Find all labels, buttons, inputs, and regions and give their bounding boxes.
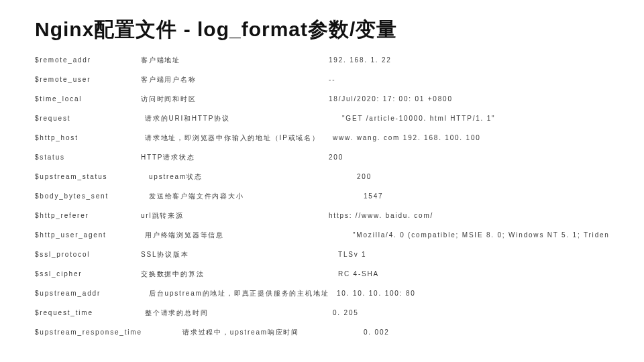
var-example: RC 4-SHA xyxy=(329,270,609,278)
var-example: 18/Jul/2020: 17: 00: 01 +0800 xyxy=(329,95,609,103)
var-example: -- xyxy=(329,76,609,83)
var-desc: 客户端用户名称 xyxy=(141,75,329,84)
table-row: $remote_addr 客户端地址 192. 168. 1. 22 xyxy=(35,56,609,65)
var-example: 1547 xyxy=(337,192,609,200)
var-desc: 交换数据中的算法 xyxy=(141,269,329,279)
table-row: $http_user_agent 用户终端浏览器等信息 "Mozilla/4. … xyxy=(35,231,609,240)
table-row: $remote_user 客户端用户名称 -- xyxy=(35,75,609,84)
var-desc: 用户终端浏览器等信息 xyxy=(141,231,333,240)
var-desc: 后台upstream的地址，即真正提供服务的主机地址 xyxy=(141,289,337,298)
var-name: $ssl_protocol xyxy=(35,251,141,258)
var-desc: 客户端地址 xyxy=(141,56,329,65)
var-name: $request xyxy=(35,115,141,122)
table-row: $request 请求的URI和HTTP协议 "GET /article-100… xyxy=(35,114,609,123)
var-desc: 整个请求的总时间 xyxy=(141,308,333,318)
var-desc: 请求过程中，upstream响应时间 xyxy=(182,328,343,337)
var-name: $http_user_agent xyxy=(35,231,141,239)
table-row: $request_time 整个请求的总时间 0. 205 xyxy=(35,308,609,318)
var-name: $time_local xyxy=(35,95,141,103)
var-example: 192. 168. 1. 22 xyxy=(329,56,609,64)
var-desc: url跳转来源 xyxy=(141,211,329,221)
table-row: $time_local 访问时间和时区 18/Jul/2020: 17: 00:… xyxy=(35,95,609,104)
var-name: $upstream_addr xyxy=(35,290,141,297)
var-name: $remote_user xyxy=(35,76,141,83)
table-row: $upstream_response_time 请求过程中，upstream响应… xyxy=(35,328,609,337)
var-example: 0. 205 xyxy=(333,309,609,316)
page-title: Nginx配置文件 - log_format参数/变量 xyxy=(35,16,609,44)
var-example: 10. 10. 10. 100: 80 xyxy=(337,290,609,297)
var-desc: HTTP请求状态 xyxy=(141,153,329,162)
table-row: $status HTTP请求状态 200 xyxy=(35,153,609,162)
var-name: $ssl_cipher xyxy=(35,270,141,278)
var-desc: 访问时间和时区 xyxy=(141,95,329,104)
var-name: $remote_addr xyxy=(35,56,141,64)
var-desc: 请求地址，即浏览器中你输入的地址（IP或域名） xyxy=(141,133,333,143)
var-name: $http_referer xyxy=(35,212,141,219)
slide: Nginx配置文件 - log_format参数/变量 $remote_addr… xyxy=(0,0,644,337)
table-row: $ssl_protocol SSL协议版本 TLSv 1 xyxy=(35,250,609,259)
table-row: $http_referer url跳转来源 https: //www. baid… xyxy=(35,211,609,221)
var-name: $request_time xyxy=(35,309,141,316)
var-name: $body_bytes_sent xyxy=(35,192,141,200)
var-example: "Mozilla/4. 0 (compatible; MSIE 8. 0; Wi… xyxy=(333,231,609,239)
table-row: $upstream_addr 后台upstream的地址，即真正提供服务的主机地… xyxy=(35,289,609,298)
var-desc: 请求的URI和HTTP协议 xyxy=(141,114,333,123)
var-example: 200 xyxy=(329,154,609,161)
var-desc: upstream状态 xyxy=(141,172,337,182)
table-row: $http_host 请求地址，即浏览器中你输入的地址（IP或域名） www. … xyxy=(35,133,609,143)
var-example: www. wang. com 192. 168. 100. 100 xyxy=(333,134,609,141)
table-row: $ssl_cipher 交换数据中的算法 RC 4-SHA xyxy=(35,269,609,279)
var-example: 200 xyxy=(337,173,609,180)
var-desc: SSL协议版本 xyxy=(141,250,329,259)
var-desc: 发送给客户端文件内容大小 xyxy=(141,192,337,201)
var-name: $status xyxy=(35,154,141,161)
param-table: $remote_addr 客户端地址 192. 168. 1. 22 $remo… xyxy=(35,56,609,337)
var-name: $http_host xyxy=(35,134,141,141)
var-example: "GET /article-10000. html HTTP/1. 1" xyxy=(333,115,609,122)
table-row: $body_bytes_sent 发送给客户端文件内容大小 1547 xyxy=(35,192,609,201)
var-name: $upstream_response_time xyxy=(35,328,182,336)
var-example: TLSv 1 xyxy=(329,251,609,258)
var-example: https: //www. baidu. com/ xyxy=(329,212,609,219)
var-example: 0. 002 xyxy=(343,328,609,336)
table-row: $upstream_status upstream状态 200 xyxy=(35,172,609,182)
var-name: $upstream_status xyxy=(35,173,141,180)
